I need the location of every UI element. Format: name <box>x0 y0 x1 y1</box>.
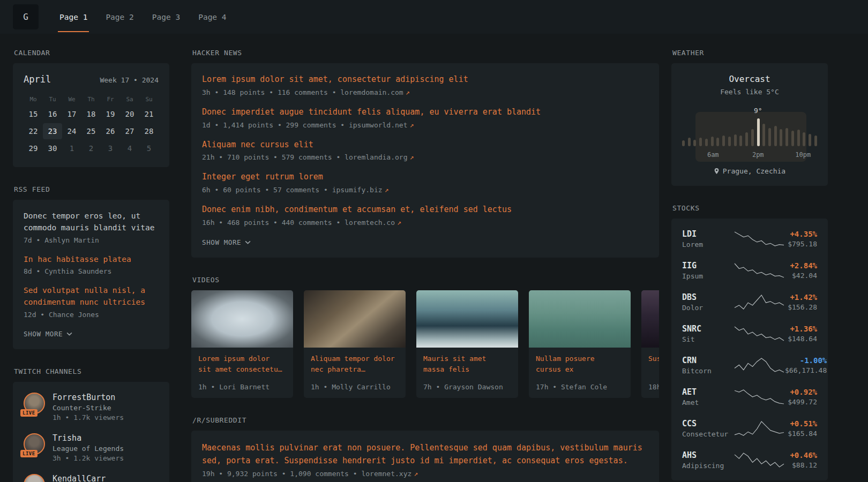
weather-bar <box>711 137 714 146</box>
rss-item-link[interactable]: Sed volutpat nulla nisl, a condimentum n… <box>24 285 159 308</box>
stock-id: CCS Consectetur <box>682 419 734 438</box>
twitch-channel-row[interactable]: LIVE Trisha League of Legends 3h • 1.2k … <box>24 433 159 462</box>
twitch-channel-row[interactable]: LIVE KendallCarr <box>24 474 159 482</box>
stock-values: +1.42% $156.28 <box>788 293 817 311</box>
news-title-link[interactable]: Aliquam nec cursus elit <box>202 139 648 151</box>
weather-bar <box>814 135 817 146</box>
stock-sparkline <box>734 262 785 278</box>
stock-price: $66,171.48 <box>785 366 827 374</box>
calendar-weekday-label: Fr <box>101 93 120 106</box>
calendar-week-label: Week 17 • 2024 <box>100 76 159 84</box>
stock-ticker: CCS <box>682 419 734 428</box>
twitch-channel-row[interactable]: LIVE ForrestBurton Counter-Strike 1h • 1… <box>24 393 159 421</box>
calendar-weekday-label: We <box>62 93 81 106</box>
video-meta: 7h • Grayson Dawson <box>423 383 511 391</box>
hacker-news-show-more-button[interactable]: Show more <box>202 238 251 246</box>
video-card[interactable]: Mauris sit amet massa felis 7h • Grayson… <box>416 290 518 398</box>
video-card-body: Aliquam tempor dolor nec pharetra… 1h • … <box>304 348 406 398</box>
video-card[interactable]: Aliquam tempor dolor nec pharetra… 1h • … <box>304 290 406 398</box>
stock-row[interactable]: AHS Adipiscing +0.46% $88.12 <box>682 450 817 470</box>
video-thumbnail <box>191 290 293 348</box>
calendar-month: April <box>24 74 51 85</box>
calendar-day: 19 <box>101 106 120 122</box>
external-link-icon: ↗ <box>410 121 414 129</box>
stock-name: Bitcorn <box>682 367 734 375</box>
stock-row[interactable]: IIG Ipsum +2.84% $42.04 <box>682 261 817 280</box>
news-title-link[interactable]: Donec imperdiet augue tincidunt felis al… <box>202 107 648 118</box>
chevron-down-icon <box>66 332 72 336</box>
stock-values: +0.46% $88.12 <box>790 451 817 469</box>
stocks-section-title: Stocks <box>672 204 828 212</box>
stock-ticker: DBS <box>682 292 734 302</box>
weather-bar <box>757 118 760 146</box>
twitch-channel-game: Counter-Strike <box>53 404 124 412</box>
calendar-day: 30 <box>43 140 62 156</box>
news-item: Donec imperdiet augue tincidunt felis al… <box>202 107 648 129</box>
page-tab[interactable]: Page 3 <box>143 0 189 34</box>
weather-bars <box>682 118 817 146</box>
stock-row[interactable]: LDI Lorem +4.35% $795.18 <box>682 229 817 248</box>
page-tab[interactable]: Page 1 <box>50 0 96 34</box>
stock-sparkline <box>734 231 785 247</box>
weather-bar <box>728 137 731 146</box>
news-meta: 3h • 148 points • 116 comments • loremdo… <box>202 88 648 96</box>
stock-sparkline <box>734 452 785 468</box>
app-logo[interactable]: G <box>13 4 39 29</box>
top-bar: G Page 1Page 2Page 3Page 4 <box>0 0 868 34</box>
calendar-weekday-label: Su <box>139 93 159 106</box>
video-card-body: Nullam posuere cursus ex 17h • Stefan Co… <box>529 348 631 398</box>
calendar-day: 20 <box>120 106 139 122</box>
weather-bar <box>739 135 742 146</box>
calendar-day: 15 <box>24 106 43 122</box>
rss-item-link[interactable]: Donec tempor eros leo, ut commodo mauris… <box>24 210 159 234</box>
video-card[interactable]: Lorem ipsum dolor sit amet consectetu… 1… <box>191 290 293 398</box>
rss-item-link[interactable]: In hac habitasse platea <box>24 254 159 266</box>
stock-id: AET Amet <box>682 387 734 406</box>
news-title-link[interactable]: Integer eget rutrum lorem <box>202 171 648 183</box>
subreddit-post-link[interactable]: Maecenas mollis pulvinar erat non posuer… <box>202 441 648 467</box>
news-meta: 21h • 710 points • 579 comments • loreml… <box>202 153 648 161</box>
video-thumbnail <box>304 290 406 348</box>
page-tab[interactable]: Page 4 <box>189 0 235 34</box>
page-tabs: Page 1Page 2Page 3Page 4 <box>50 0 236 34</box>
video-title-link[interactable]: Suspendisse diam <box>648 353 659 378</box>
rss-item-meta: 8d • Cynthia Saunders <box>24 267 159 275</box>
calendar-day: 4 <box>120 140 139 156</box>
news-item: Aliquam nec cursus elit 21h • 710 points… <box>202 139 648 162</box>
left-column: Calendar April Week 17 • 2024 MoTuWeThFr… <box>13 49 169 482</box>
video-card[interactable]: Nullam posuere cursus ex 17h • Stefan Co… <box>529 290 631 398</box>
news-title-link[interactable]: Donec enim nibh, condimentum et accumsan… <box>202 204 648 216</box>
video-title-link[interactable]: Nullam posuere cursus ex <box>536 353 624 378</box>
calendar-widget: Calendar April Week 17 • 2024 MoTuWeThFr… <box>13 49 169 167</box>
subreddit-post-meta: 19h • 9,932 points • 1,090 comments • lo… <box>202 470 648 478</box>
rss-show-more-button[interactable]: Show more <box>24 330 72 338</box>
calendar-day: 25 <box>81 123 101 139</box>
news-title-link[interactable]: Lorem ipsum dolor sit amet, consectetur … <box>202 74 648 86</box>
stock-id: SNRC Sit <box>682 324 734 343</box>
avatar <box>24 474 45 482</box>
stock-row[interactable]: SNRC Sit +1.36% $148.64 <box>682 324 817 343</box>
rss-widget: RSS Feed Donec tempor eros leo, ut commo… <box>13 185 169 349</box>
video-title-link[interactable]: Lorem ipsum dolor sit amet consectetu… <box>198 353 286 378</box>
hacker-news-card: Lorem ipsum dolor sit amet, consectetur … <box>191 63 659 258</box>
rss-item: In hac habitasse platea 8d • Cynthia Sau… <box>24 254 159 276</box>
stock-row[interactable]: CRN Bitcorn -1.00% $66,171.48 <box>682 356 817 375</box>
external-link-icon: ↗ <box>385 186 389 194</box>
stock-row[interactable]: AET Amet +0.92% $499.72 <box>682 387 817 406</box>
stock-row[interactable]: CCS Consectetur +0.51% $165.84 <box>682 419 817 438</box>
stock-values: +0.51% $165.84 <box>788 419 817 438</box>
twitch-avatar-wrap: LIVE <box>24 393 45 414</box>
video-title-link[interactable]: Aliquam tempor dolor nec pharetra… <box>311 353 399 378</box>
page-tab[interactable]: Page 2 <box>96 0 143 34</box>
video-title-link[interactable]: Mauris sit amet massa felis <box>423 353 511 378</box>
external-link-icon: ↗ <box>414 470 418 478</box>
video-card[interactable]: Suspendisse diam 18h • Tara <box>641 290 659 398</box>
subreddit-card: Maecenas mollis pulvinar erat non posuer… <box>191 431 659 482</box>
stocks-widget: Stocks LDI Lorem +4.35% $795.18 IIG Ipsu… <box>671 204 828 480</box>
video-meta: 18h • Tara <box>648 383 659 391</box>
subreddit-section-title: /r/subreddit <box>192 416 659 424</box>
right-column: Weather Overcast Feels like 5°C 9° 6am2p… <box>671 49 828 482</box>
stock-row[interactable]: DBS Dolor +1.42% $156.28 <box>682 292 817 312</box>
twitch-channel-game: League of Legends <box>53 445 124 453</box>
calendar-section-title: Calendar <box>14 49 169 57</box>
